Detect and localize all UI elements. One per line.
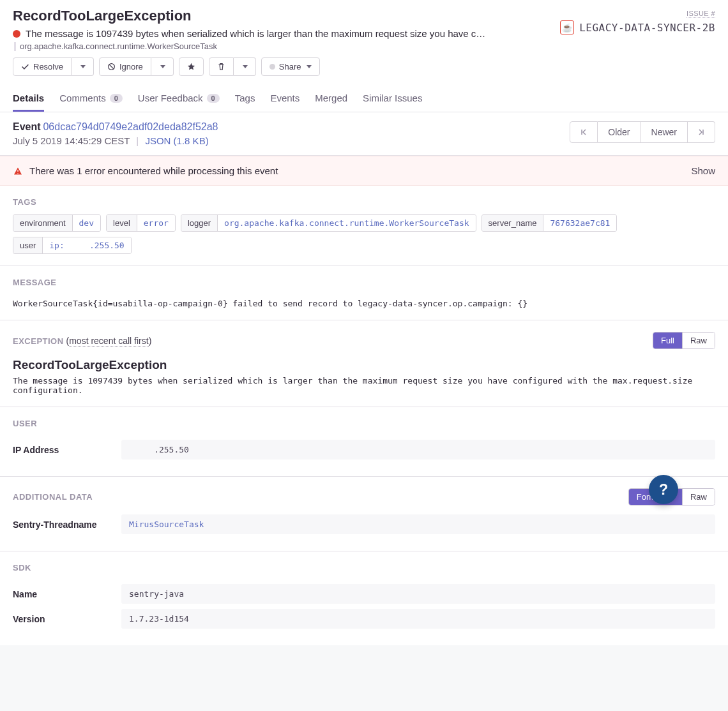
tab-tags[interactable]: Tags xyxy=(235,86,255,112)
section-title-additional: ADDITIONAL DATA xyxy=(13,492,93,502)
share-status-dot xyxy=(269,64,275,70)
tag-pill[interactable]: server_name767632ae7c81 xyxy=(482,214,618,232)
section-title-message: MESSAGE xyxy=(13,278,715,287)
package-path: org.apache.kafka.connect.runtime.WorkerS… xyxy=(20,41,217,51)
tag-pill[interactable]: userip: .255.50 xyxy=(13,237,132,254)
nav-last[interactable] xyxy=(688,121,715,143)
section-title-tags: TAGS xyxy=(13,197,715,207)
sdk-version-label: Version xyxy=(13,614,121,624)
event-label: Event xyxy=(13,121,41,132)
resolve-dropdown[interactable] xyxy=(72,57,94,76)
nav-newer[interactable]: Newer xyxy=(641,121,688,143)
sdk-name-label: Name xyxy=(13,589,121,599)
issue-number-label: ISSUE # xyxy=(686,10,715,18)
trash-icon xyxy=(217,63,225,71)
thread-value: MirusSourceTask xyxy=(121,514,715,534)
exception-view-raw[interactable]: Raw xyxy=(682,333,715,348)
tag-pill[interactable]: levelerror xyxy=(106,214,176,232)
chevron-down-icon xyxy=(307,65,312,68)
ban-icon xyxy=(107,63,116,71)
feedback-count-badge: 0 xyxy=(207,94,220,103)
tab-merged[interactable]: Merged xyxy=(315,86,347,112)
package-bar xyxy=(14,42,16,51)
chevron-down-icon xyxy=(80,65,86,68)
user-ip-value: .255.50 xyxy=(121,440,715,460)
project-name: LEGACY-DATA-SYNCER-2B xyxy=(579,22,715,34)
chevron-down-icon xyxy=(243,65,248,68)
bookmark-button[interactable] xyxy=(179,57,204,76)
nav-first[interactable] xyxy=(570,121,598,143)
tab-user-feedback[interactable]: User Feedback0 xyxy=(138,86,220,112)
event-timestamp: July 5 2019 14:45:29 CEST xyxy=(13,135,130,146)
tab-details[interactable]: Details xyxy=(13,86,44,112)
sdk-version-value: 1.7.23-1d154 xyxy=(121,609,715,629)
section-title-user: USER xyxy=(13,419,715,428)
exception-class: RecordTooLargeException xyxy=(13,358,715,372)
message-body: WorkerSourceTask{id=usabilla-op-campaign… xyxy=(13,299,715,308)
alert-show-button[interactable]: Show xyxy=(691,165,715,176)
warning-icon xyxy=(13,166,23,176)
exception-view-full[interactable]: Full xyxy=(653,333,682,348)
star-icon xyxy=(187,63,195,71)
json-link[interactable]: JSON (1.8 KB) xyxy=(145,135,208,146)
comments-count-badge: 0 xyxy=(110,94,123,103)
check-icon xyxy=(21,63,29,71)
exception-order-note: (most recent call first) xyxy=(66,336,152,347)
first-icon xyxy=(580,129,587,135)
severity-dot xyxy=(13,30,20,38)
project-icon: ☕ xyxy=(560,20,574,34)
resolve-button[interactable]: Resolve xyxy=(13,57,72,76)
tab-events[interactable]: Events xyxy=(270,86,300,112)
tab-similar[interactable]: Similar Issues xyxy=(363,86,422,112)
section-title-exception: EXCEPTION xyxy=(13,336,64,346)
section-title-sdk: SDK xyxy=(13,563,715,573)
event-id[interactable]: 06dcac794d0749e2adf02deda82f52a8 xyxy=(43,121,218,132)
tab-comments[interactable]: Comments0 xyxy=(59,86,123,112)
alert-text: There was 1 error encountered while proc… xyxy=(29,165,278,176)
help-button[interactable]: ? xyxy=(649,475,678,504)
page-title: RecordTooLargeException xyxy=(13,8,524,24)
user-ip-label: IP Address xyxy=(13,445,121,455)
nav-older[interactable]: Older xyxy=(598,121,641,143)
delete-dropdown[interactable] xyxy=(234,57,256,76)
issue-subtitle: The message is 1097439 bytes when serial… xyxy=(26,28,485,39)
additional-view-raw[interactable]: Raw xyxy=(682,489,715,505)
delete-button[interactable] xyxy=(209,57,234,76)
chevron-down-icon xyxy=(160,65,165,68)
tag-pill[interactable]: loggerorg.apache.kafka.connect.runtime.W… xyxy=(181,214,476,232)
tag-list: environmentdev levelerror loggerorg.apac… xyxy=(13,214,715,254)
last-icon xyxy=(698,129,704,135)
sdk-name-value: sentry-java xyxy=(121,584,715,604)
exception-body: The message is 1097439 bytes when serial… xyxy=(13,376,715,395)
ignore-dropdown[interactable] xyxy=(151,57,174,76)
share-button[interactable]: Share xyxy=(261,57,320,76)
thread-label: Sentry-Threadname xyxy=(13,520,121,530)
tag-pill[interactable]: environmentdev xyxy=(13,214,101,232)
ignore-button[interactable]: Ignore xyxy=(99,57,151,76)
